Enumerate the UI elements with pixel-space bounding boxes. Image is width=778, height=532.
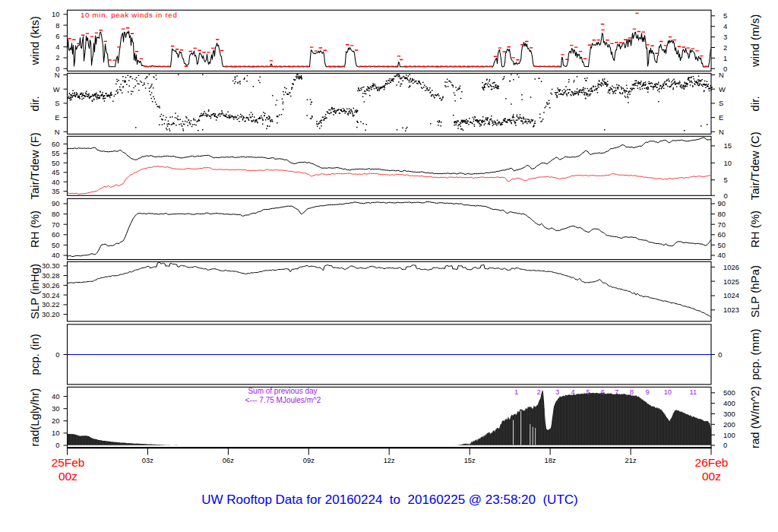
svg-text:21z: 21z: [625, 456, 637, 464]
svg-text:wind (kts): wind (kts): [28, 16, 41, 65]
svg-text:5: 5: [724, 176, 728, 184]
svg-text:300: 300: [723, 410, 735, 418]
svg-text:0: 0: [55, 350, 59, 359]
svg-text:Tair/Tdew (F): Tair/Tdew (F): [28, 132, 41, 199]
svg-text:W: W: [719, 85, 726, 93]
svg-text:4: 4: [571, 388, 574, 396]
svg-text:SLP (inHg): SLP (inHg): [28, 264, 41, 319]
svg-text:18z: 18z: [545, 456, 556, 464]
svg-text:00z: 00z: [702, 470, 721, 483]
svg-text:35: 35: [52, 187, 59, 195]
svg-text:1: 1: [514, 388, 518, 396]
svg-text:30.22: 30.22: [42, 300, 59, 309]
svg-text:40: 40: [52, 251, 59, 259]
svg-text:30.30: 30.30: [42, 261, 59, 270]
svg-text:W: W: [53, 85, 60, 93]
svg-text:7: 7: [615, 388, 618, 396]
svg-text:100: 100: [723, 431, 735, 439]
svg-text:3: 3: [723, 33, 727, 41]
svg-text:pcp. (in): pcp. (in): [28, 334, 41, 375]
svg-text:90: 90: [718, 199, 726, 207]
svg-text:0: 0: [55, 441, 59, 449]
svg-text:E: E: [55, 113, 59, 122]
svg-text:E: E: [719, 113, 723, 122]
svg-text:<--- 7.75 MJoules/m^2: <--- 7.75 MJoules/m^2: [245, 396, 321, 404]
svg-text:6: 6: [601, 388, 605, 396]
svg-text:200: 200: [723, 420, 735, 429]
svg-text:1: 1: [723, 54, 727, 62]
svg-text:30.26: 30.26: [42, 281, 59, 290]
svg-text:25Feb: 25Feb: [52, 456, 85, 469]
svg-text:10: 10: [724, 159, 732, 167]
svg-text:2: 2: [536, 388, 540, 396]
svg-text:6: 6: [55, 32, 59, 40]
svg-text:10: 10: [52, 429, 59, 437]
svg-text:90: 90: [52, 199, 59, 207]
svg-text:1025: 1025: [723, 277, 739, 286]
svg-text:0: 0: [723, 441, 727, 449]
svg-text:60: 60: [718, 230, 726, 239]
svg-text:N: N: [55, 128, 60, 136]
svg-text:wind (m/s): wind (m/s): [749, 14, 762, 68]
svg-text:50: 50: [718, 241, 726, 249]
svg-text:80: 80: [52, 210, 59, 218]
svg-text:N: N: [55, 71, 60, 79]
svg-text:10: 10: [664, 388, 672, 396]
svg-text:0: 0: [723, 65, 727, 73]
svg-text:60: 60: [52, 140, 59, 148]
svg-text:40: 40: [718, 251, 726, 259]
svg-text:06z: 06z: [223, 456, 234, 464]
svg-text:30.24: 30.24: [42, 291, 59, 299]
svg-text:50: 50: [52, 241, 59, 249]
svg-text:2: 2: [55, 53, 59, 62]
svg-text:15: 15: [724, 141, 732, 150]
svg-text:pcp. (mm): pcp. (mm): [749, 329, 762, 381]
svg-text:70: 70: [718, 220, 726, 229]
svg-text:00z: 00z: [59, 470, 77, 483]
svg-text:1026: 1026: [723, 263, 739, 271]
svg-text:30.20: 30.20: [42, 310, 59, 318]
svg-text:10: 10: [52, 10, 59, 18]
svg-text:45: 45: [52, 168, 59, 176]
svg-text:9: 9: [646, 388, 650, 396]
svg-text:dir.: dir.: [28, 96, 41, 111]
svg-text:30.28: 30.28: [42, 271, 59, 280]
svg-text:15z: 15z: [464, 456, 476, 464]
svg-text:5: 5: [586, 388, 590, 396]
svg-text:400: 400: [723, 399, 735, 407]
svg-text:3: 3: [555, 388, 559, 396]
svg-text:50: 50: [52, 159, 59, 167]
svg-text:8: 8: [630, 388, 634, 396]
svg-text:60: 60: [52, 230, 59, 239]
svg-text:12z: 12z: [384, 456, 395, 464]
svg-text:1023: 1023: [723, 306, 739, 314]
svg-text:8: 8: [55, 21, 59, 30]
svg-text:5: 5: [723, 11, 727, 20]
svg-text:RH (%): RH (%): [749, 211, 762, 248]
svg-text:RH (%): RH (%): [28, 211, 41, 248]
svg-text:Tair/Tdew (C): Tair/Tdew (C): [749, 131, 762, 200]
svg-text:0: 0: [718, 350, 722, 359]
svg-text:11: 11: [689, 388, 697, 396]
svg-text:500: 500: [723, 388, 735, 397]
svg-text:20: 20: [52, 416, 59, 425]
svg-text:1024: 1024: [723, 291, 739, 299]
svg-text:Sum of previous day: Sum of previous day: [248, 387, 317, 395]
svg-text:N: N: [719, 71, 724, 79]
svg-text:03z: 03z: [142, 456, 153, 464]
svg-text:40: 40: [52, 178, 59, 186]
svg-text:80: 80: [718, 210, 726, 218]
svg-text:10 min. peak winds in red: 10 min. peak winds in red: [81, 11, 178, 19]
svg-text:rad (W/m^2): rad (W/m^2): [749, 386, 762, 448]
svg-text:70: 70: [52, 220, 59, 229]
svg-text:SLP (hPa): SLP (hPa): [749, 265, 762, 318]
svg-text:UW Rooftop Data for 20160224: UW Rooftop Data for 20160224 to 20160225…: [201, 492, 577, 507]
svg-text:N: N: [719, 128, 724, 136]
svg-text:S: S: [55, 99, 59, 107]
svg-text:0: 0: [724, 192, 728, 200]
svg-text:55: 55: [52, 149, 59, 157]
svg-text:S: S: [719, 99, 723, 107]
svg-text:dir.: dir.: [749, 96, 762, 111]
svg-text:rad(Lgly/hr): rad(Lgly/hr): [28, 388, 41, 447]
svg-text:09z: 09z: [303, 456, 315, 464]
